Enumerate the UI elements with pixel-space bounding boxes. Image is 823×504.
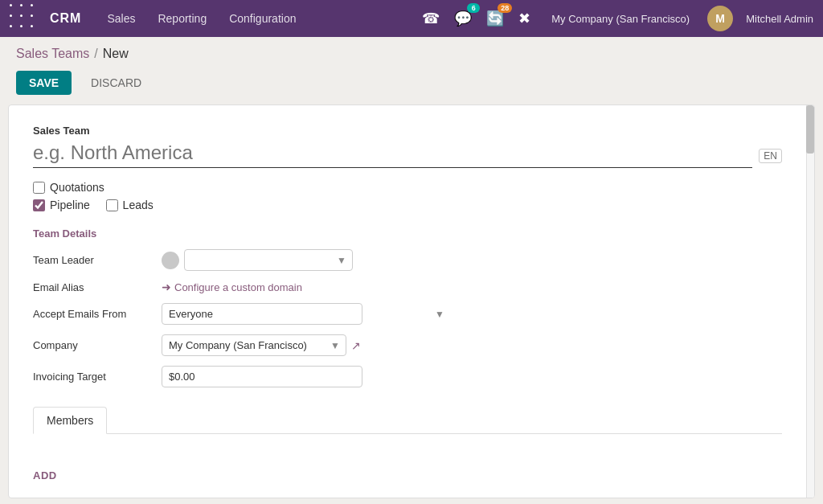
form-body: Sales Team EN Quotations Pipeline Leads [9, 105, 806, 453]
save-button[interactable]: SAVE [16, 71, 72, 95]
language-badge: EN [759, 149, 782, 163]
email-alias-field: ➜ Configure a custom domain [162, 281, 451, 293]
field-label-accept-emails: Accept Emails From [33, 308, 162, 320]
breadcrumb-parent[interactable]: Sales Teams [16, 47, 89, 61]
breadcrumb: Sales Teams / New [0, 37, 823, 68]
team-leader-select[interactable] [184, 249, 353, 271]
main-content-card: Sales Team EN Quotations Pipeline Leads [8, 104, 815, 498]
company-field: My Company (San Francisco) ▼ ↗︎ [162, 334, 451, 356]
field-label-team-leader: Team Leader [33, 254, 162, 266]
apps-grid-icon[interactable] [10, 4, 39, 33]
breadcrumb-separator: / [94, 47, 97, 61]
activity-icon[interactable]: 🔄 28 [483, 6, 507, 31]
checkbox-row-quotations: Quotations [33, 181, 782, 194]
chat-icon[interactable]: 💬 6 [451, 6, 475, 31]
configure-domain-text: Configure a custom domain [174, 281, 302, 293]
activity-badge: 28 [497, 3, 512, 13]
checkbox-leads[interactable] [106, 199, 118, 211]
topnav-icons: ☎ 💬 6 🔄 28 ✖ My Company (San Francisco) … [419, 6, 813, 31]
username: Mitchell Admin [746, 13, 813, 25]
add-member-button[interactable]: ADD [33, 466, 57, 485]
checkbox-pipeline[interactable] [33, 199, 45, 211]
field-label-company: Company [33, 339, 162, 351]
checkbox-quotations[interactable] [33, 182, 45, 194]
settings-icon[interactable]: ✖ [515, 6, 534, 31]
chat-badge: 6 [467, 3, 480, 13]
invoicing-target-field [162, 366, 451, 387]
sales-team-input[interactable] [33, 141, 752, 164]
checkbox-label-leads: Leads [123, 199, 154, 211]
company-name: My Company (San Francisco) [551, 13, 690, 25]
company-select-wrap: My Company (San Francisco) ▼ [162, 334, 346, 356]
breadcrumb-current: New [103, 47, 129, 61]
form-grid: Team Leader ▼ Email Alias ➜ Configure a … [33, 249, 451, 387]
members-body: ADD [9, 453, 806, 498]
accept-emails-select-wrap: Everyone Authenticated Users Followers ▼ [162, 303, 451, 325]
scrollbar-track[interactable] [806, 105, 814, 498]
accept-emails-dropdown-arrow: ▼ [435, 309, 444, 320]
app-logo[interactable]: CRM [50, 11, 81, 26]
top-menu: Sales Reporting Configuration [97, 7, 419, 30]
configure-domain-link[interactable]: ➜ Configure a custom domain [162, 281, 451, 293]
team-leader-select-wrap: ▼ [184, 249, 353, 271]
top-navigation: CRM Sales Reporting Configuration ☎ 💬 6 … [0, 0, 823, 37]
field-label-email-alias: Email Alias [33, 281, 162, 293]
company-select[interactable]: My Company (San Francisco) [162, 334, 346, 356]
sales-team-row: EN [33, 141, 782, 168]
sales-team-input-wrap [33, 141, 752, 168]
company-external-link-icon[interactable]: ↗︎ [351, 339, 361, 352]
tabs-bar: Members [33, 407, 782, 434]
team-details-section-title: Team Details [33, 227, 782, 240]
scrollbar-thumb[interactable] [806, 105, 814, 154]
team-leader-field: ▼ [162, 249, 451, 271]
phone-icon[interactable]: ☎ [419, 6, 443, 31]
user-avatar[interactable]: M [707, 6, 733, 31]
team-leader-avatar [162, 252, 179, 269]
field-label-invoicing-target: Invoicing Target [33, 371, 162, 383]
menu-item-configuration[interactable]: Configuration [219, 7, 305, 30]
menu-item-reporting[interactable]: Reporting [148, 7, 216, 30]
discard-button[interactable]: DISCARD [78, 71, 154, 95]
action-bar: SAVE DISCARD [0, 68, 823, 104]
checkboxes-group: Quotations Pipeline Leads [33, 181, 782, 211]
checkbox-label-quotations: Quotations [50, 181, 104, 194]
checkbox-label-pipeline: Pipeline [50, 199, 90, 211]
invoicing-target-input[interactable] [162, 366, 362, 387]
arrow-right-icon: ➜ [162, 281, 171, 293]
checkbox-row-pipeline: Pipeline Leads [33, 199, 782, 211]
sales-team-label: Sales Team [33, 125, 782, 137]
accept-emails-select[interactable]: Everyone Authenticated Users Followers [162, 303, 362, 325]
tab-members[interactable]: Members [33, 407, 107, 434]
menu-item-sales[interactable]: Sales [97, 7, 145, 30]
